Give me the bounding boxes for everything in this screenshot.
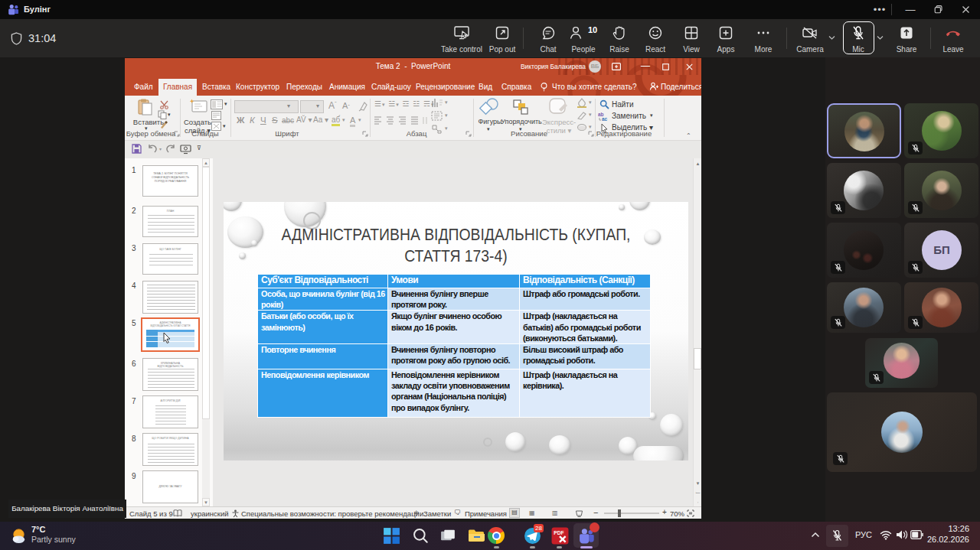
svg-text:ac: ac [602,116,608,122]
svg-text:PDF: PDF [554,530,564,535]
